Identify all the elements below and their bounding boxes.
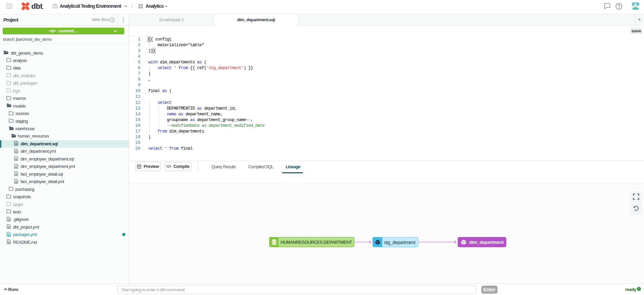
svg-text:?: ? — [111, 18, 114, 22]
